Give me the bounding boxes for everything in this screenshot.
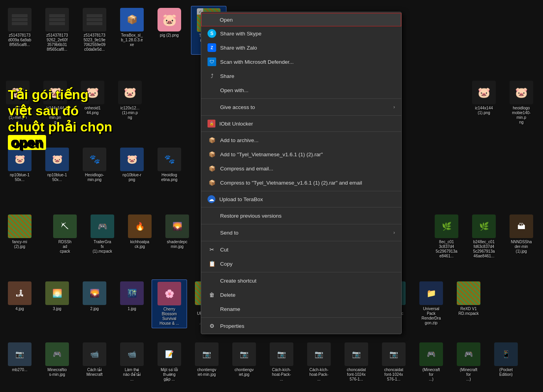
list-item[interactable]: 🎮 TrailerGrafx(1).mcpack	[85, 213, 120, 256]
list-item[interactable]: 📷 chontiengviet.jpg	[226, 340, 262, 384]
context-menu-item-open-with[interactable]: Open with...	[201, 83, 401, 97]
context-menu: Open S Share with Skype Z Share with Zal…	[201, 12, 402, 334]
list-item[interactable]: 🐷 ic120x12...(1)-min.png	[112, 79, 148, 127]
list-item[interactable]: 📷 choncaidatfont-1024x576-1...	[376, 340, 411, 384]
list-item[interactable]: 🐾 Heoidlogo-min.png	[77, 146, 112, 184]
context-menu-label: Open	[220, 17, 395, 23]
rar-icon: 📦	[208, 150, 216, 159]
list-item[interactable]: 🌃 1.jpg	[114, 279, 150, 328]
list-item[interactable]: 🌄 shaderdepcmin.jpg	[159, 213, 195, 256]
list-item[interactable]: 🐷 onheoid144.png	[75, 79, 110, 127]
rename-icon	[208, 305, 216, 313]
list-item[interactable]: 🐷 np10blue-150x...	[2, 146, 37, 184]
list-item[interactable]: 📹 Làm thếnào để tải...	[114, 340, 150, 384]
divider	[201, 191, 401, 191]
context-menu-item-delete[interactable]: 🗑 Delete	[201, 288, 401, 302]
list-item[interactable]: z514378173 d009a 6a9ab 8f565caf8...	[2, 6, 37, 55]
list-item[interactable]: z5143781735023_9e19e7062559e09c0da0e5d..…	[77, 6, 112, 55]
context-menu-item-rename[interactable]: Rename	[201, 302, 401, 316]
divider	[201, 115, 401, 116]
list-item[interactable]: 🏞 4.jpg	[2, 279, 37, 328]
list-item[interactable]: 🐾 Heoidlogetina.png	[152, 146, 187, 184]
terabox-icon: ☁	[208, 195, 215, 203]
context-menu-item-share-zalo[interactable]: Z Share with Zalo	[201, 41, 401, 55]
divider	[201, 317, 401, 318]
context-menu-item-add-archive[interactable]: 📦 Add to archive...	[201, 133, 401, 147]
list-item[interactable]: 📦 TeraBox_sl_b_1.28.0.3.exe	[114, 6, 150, 55]
list-item[interactable]: 📷 Cách-kích-hoat-Pack-...	[264, 340, 299, 384]
list-item[interactable]: 📷 mb270...	[2, 340, 37, 384]
zalo-icon: Z	[208, 43, 216, 52]
list-item[interactable]: 🌿 b248ec_c01fd63c837d45c2967913a46ae8461…	[466, 213, 502, 261]
context-menu-item-scan-defender[interactable]: 🛡 Scan with Microsoft Defender...	[201, 55, 401, 69]
compress-rar-icon: 📦	[208, 178, 216, 187]
context-menu-item-compress-email[interactable]: 📦 Compress and email...	[201, 161, 401, 176]
list-item[interactable]: 🐷 heoidlogomobie140-min.png	[504, 79, 539, 127]
list-item[interactable]: 📹 Cách tảiMinecraft	[77, 340, 112, 384]
desktop-row-2: 🐷 ic1150(1)-min.png 🐷 ic144x144...min.pn…	[0, 79, 148, 127]
send-to-icon	[208, 228, 216, 237]
context-menu-item-share-skype[interactable]: S Share with Skype	[201, 26, 401, 41]
list-item[interactable]: fancy-mi(2).jpg	[2, 213, 37, 251]
cherry-blossom-icon[interactable]: 🌸 CherryBlossomSurvivalHouse & ...	[152, 279, 187, 328]
desktop-row-3: 🐷 np10blue-150x... 🐷 np10blue-150x... 🐾 …	[2, 146, 187, 184]
context-menu-item-restore[interactable]: Restore previous versions	[201, 209, 401, 223]
desktop-row-6: 📷 mb270... 🎮 Minecraftios-min.jpg 📹 Cách…	[2, 340, 524, 384]
defender-icon: 🛡	[208, 57, 216, 66]
list-item[interactable]: 🎮 (Minecraftfor...)	[413, 340, 449, 384]
list-item[interactable]: 🐷 np10blue-rpng	[114, 146, 150, 184]
context-menu-item-share[interactable]: ⤴ Share	[201, 69, 401, 83]
context-menu-item-copy[interactable]: 📋 Copy	[201, 257, 401, 271]
list-item[interactable]: 🐷 pig (2).png	[152, 6, 187, 55]
context-menu-item-properties[interactable]: ⚙ Properties	[201, 319, 401, 333]
list-item[interactable]: 🌅 3.jpg	[39, 279, 75, 328]
context-menu-item-create-shortcut[interactable]: Create shortcut	[201, 274, 401, 288]
list-item[interactable]: 📷 Cách-kích-hoat-Pack-...	[301, 340, 337, 384]
list-item[interactable]: 🐷 ic144x144...min.png	[37, 79, 73, 127]
list-item[interactable]: 🐷 ic1150(1)-min.png	[0, 79, 35, 127]
divider	[201, 98, 401, 99]
list-item[interactable]: ⛏ RDSShadcpack	[47, 213, 83, 256]
list-item[interactable]: 📁 UniversalPackRenderDragon.zip	[413, 279, 449, 328]
give-access-icon	[208, 103, 216, 111]
list-item[interactable]: 📷 choncaidatfont-1024x576-1...	[339, 340, 374, 384]
desktop-row-4: fancy-mi(2).jpg	[2, 213, 37, 251]
list-item[interactable]: 🔥 kichhoatpack.jpg	[122, 213, 158, 256]
list-item[interactable]: 🌄 2.jpg	[77, 279, 112, 328]
list-item[interactable]: 📝 Một số lỗithườnggặp ...	[152, 340, 187, 384]
restore-icon	[208, 211, 216, 220]
list-item[interactable]: 🌿 8ec_c013c837d45c2967913ae8461...	[429, 213, 464, 261]
divider	[201, 241, 401, 241]
archive-icon: 📦	[208, 136, 216, 144]
context-menu-item-cut[interactable]: ✂ Cut	[201, 242, 401, 257]
share-icon: ⤴	[208, 72, 216, 80]
divider	[201, 224, 401, 224]
list-item[interactable]: 📷 chontiengviet-min.jpg	[189, 340, 224, 384]
context-menu-item-upload-terabox[interactable]: ☁ Upload to TeraBox	[201, 192, 401, 206]
context-menu-item-compress-rar-email[interactable]: 📦 Compress to "Tyel_Vietnamese_v1.6.1 (1…	[201, 176, 401, 190]
list-item[interactable]: 🐷 ic144x144(1).png	[466, 79, 502, 127]
list-item[interactable]: 🐷 np10blue-150x...	[39, 146, 75, 184]
open-with-icon	[208, 86, 216, 94]
list-item[interactable]: 🎮 (Minecraftfor...)	[451, 340, 486, 384]
chevron-right-icon: ›	[393, 104, 395, 110]
desktop-row-4-right: 🌿 8ec_c013c837d45c2967913ae8461... 🌿 b24…	[429, 213, 539, 261]
divider	[201, 272, 401, 272]
divider	[201, 207, 401, 207]
context-menu-item-send-to[interactable]: Send to ›	[201, 226, 401, 240]
list-item[interactable]: 🎮 Minecraftios-min.jpg	[39, 340, 75, 384]
divider	[201, 131, 401, 132]
properties-icon: ⚙	[208, 322, 216, 330]
list-item[interactable]: ReXD V1RD.mcpack	[451, 279, 486, 328]
shortcut-icon	[208, 276, 216, 285]
list-item[interactable]: z5143781739262_2e60f3579b6b318f565caf8..…	[39, 6, 75, 55]
iobit-icon: 🔓	[208, 120, 215, 128]
list-item[interactable]: 🏔 NNNDSShader-min(1).jpg	[504, 213, 539, 261]
list-item[interactable]: 📱 (PocketEdition)	[488, 340, 524, 384]
desktop-row-2-right: 🐷 ic144x144(1).png 🐷 heoidlogomobie140-m…	[466, 79, 539, 127]
desktop-top-row: z514378173 d009a 6a9ab 8f565caf8... z514…	[2, 6, 226, 55]
context-menu-item-give-access[interactable]: Give access to ›	[201, 100, 401, 114]
context-menu-item-iobit[interactable]: 🔓 IObit Unlocker	[201, 117, 401, 130]
context-menu-item-add-rar[interactable]: 📦 Add to "Tyel_Vietnamese_v1.6.1 (1) (2)…	[201, 147, 401, 161]
context-menu-item-open[interactable]: Open	[201, 13, 401, 26]
